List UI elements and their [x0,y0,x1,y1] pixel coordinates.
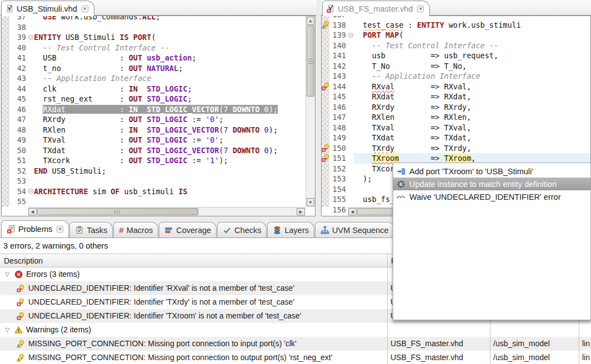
code-line[interactable]: 143 -- Application Interface [322,71,590,82]
line-number[interactable]: 151 [329,153,348,164]
code-line[interactable]: 55 [2,196,305,207]
fold-collapse-icon[interactable] [28,32,34,43]
code-text[interactable]: RXdat : IN STD_LOGIC_VECTOR(7 DOWNTO 0); [34,104,305,115]
code-line[interactable]: 45 rst_neg_ext : OUT STD_LOGIC; [2,94,305,104]
code-line[interactable]: 43 -- Application Interface [2,73,305,84]
code-line[interactable]: 137 [322,16,590,20]
vertical-scrollbar[interactable]: ▲ ▼ [305,16,315,207]
code-text[interactable]: RXrdy : OUT STD_LOGIC := '0'; [34,114,305,125]
quickfix-item[interactable]: Waive 'UNDECLARED_IDENTIFIER' error [393,190,590,203]
line-number[interactable]: 141 [329,50,348,61]
line-number[interactable]: 37 [9,16,28,22]
code-line[interactable]: 149 TXdat => TXdat, [322,133,590,143]
column-divider[interactable] [387,254,388,364]
code-text[interactable]: RXrdy => RXrdy, [354,102,590,113]
code-text[interactable]: TXval : OUT STD_LOGIC := '0'; [34,135,305,145]
view-tab-coverage[interactable]: Coverage [159,222,217,237]
code-line[interactable]: 146 RXrdy => RXrdy, [322,102,590,113]
code-line[interactable]: 40 -- Test Control Interface -- [2,43,305,53]
close-icon[interactable]: ✕ [417,6,424,12]
code-line[interactable]: 39ENTITY USB_Stimuli IS PORT( [2,32,305,43]
line-number[interactable]: 49 [9,135,28,145]
code-line[interactable]: 42 t_no : OUT NATURAL; [2,63,305,74]
code-text[interactable] [354,16,590,20]
code-line[interactable]: 52END USB_Stimuli; [2,166,305,176]
code-text[interactable]: USB : OUT usb_action; [34,53,305,63]
line-number[interactable]: 154 [329,184,348,195]
column-description[interactable]: Description [0,254,387,267]
code-area[interactable]: 37 USE work.usb_commands.ALL;3839ENTITY … [2,16,305,207]
line-number[interactable]: 42 [9,63,28,74]
line-number[interactable]: 54 [9,186,28,197]
code-text[interactable] [34,22,305,33]
line-number[interactable]: 45 [9,94,28,104]
scrollbar-thumb[interactable] [307,26,314,97]
code-line[interactable]: 37 USE work.usb_commands.ALL; [2,16,305,22]
code-text[interactable]: rst_neg_ext : OUT STD_LOGIC; [34,94,305,104]
line-number[interactable]: 44 [9,84,28,94]
line-number[interactable]: 145 [329,92,348,102]
scroll-right-icon[interactable]: ▶ [297,208,305,215]
code-line[interactable]: 38 [2,22,305,33]
line-number[interactable]: 50 [9,145,28,156]
code-line[interactable]: 148 TXval => TXval, [322,123,590,133]
line-number[interactable]: 153 [329,174,348,184]
line-number[interactable]: 51 [9,155,28,166]
code-line[interactable]: 138 test_case : ENTITY work.usb_stimuli [322,20,590,31]
close-icon[interactable]: ✕ [82,6,88,12]
pane-sash[interactable] [317,0,321,216]
scroll-up-icon[interactable]: ▲ [307,17,314,25]
line-number[interactable]: 142 [329,61,348,72]
code-line[interactable]: 48 RXlen : IN STD_LOGIC_VECTOR(7 DOWNTO … [2,125,305,135]
line-number[interactable]: 156 [329,205,348,215]
line-number[interactable]: 155 [329,194,348,205]
view-tab-checks[interactable]: Checks [217,222,267,237]
code-line[interactable]: 54ARCHITECTURE sim OF usb_stimuli IS [2,186,305,197]
line-number[interactable]: 150 [329,143,348,154]
code-line[interactable]: 53 [2,176,305,186]
code-line[interactable]: 49 TXval : OUT STD_LOGIC := '0'; [2,135,305,145]
fold-collapse-icon[interactable] [348,30,354,41]
code-text[interactable]: PORT MAP( [354,30,590,41]
code-text[interactable]: ENTITY USB_Stimuli IS PORT( [34,32,305,43]
left-editor[interactable]: 37 USE work.usb_commands.ALL;3839ENTITY … [1,16,315,216]
code-text[interactable]: -- Test Control Interface -- [354,41,590,51]
code-line[interactable]: 44 clk : IN STD_LOGIC; [2,84,305,94]
code-line[interactable]: 46 RXdat : IN STD_LOGIC_VECTOR(7 DOWNTO … [2,104,305,115]
line-number[interactable]: 39 [9,32,28,43]
problems-group-row[interactable]: ▽Warnings (2 items) [0,323,591,337]
scroll-left-icon[interactable]: ◀ [28,208,37,215]
line-number[interactable]: 148 [329,123,348,133]
scroll-left-icon[interactable]: ◀ [348,208,357,215]
code-text[interactable]: TXdat : OUT STD_LOGIC_VECTOR(7 DOWNTO 0)… [34,145,305,156]
code-line[interactable]: 140 -- Test Control Interface -- [322,41,590,51]
code-text[interactable]: USE work.usb_commands.ALL; [34,16,305,22]
line-number[interactable]: 140 [329,41,348,51]
line-number[interactable]: 48 [9,125,28,135]
line-number[interactable]: 52 [9,166,28,176]
code-text[interactable]: -- Test Control Interface -- [34,43,305,53]
view-tab-macros[interactable]: #Macros [113,222,158,237]
code-text[interactable]: TXdat => TXdat, [354,133,590,143]
line-number[interactable]: 38 [9,22,28,33]
code-text[interactable]: clk : IN STD_LOGIC; [34,84,305,94]
quickfix-item[interactable]: Add port 'TXroom' to 'USB_Stimuli' [393,165,590,178]
code-text[interactable]: RXdat => RXdat, [354,92,590,102]
line-number[interactable]: 139 [329,30,348,41]
line-number[interactable]: 41 [9,53,28,63]
horizontal-scrollbar[interactable]: ◀ ▶ [28,207,305,216]
twisty-open-icon[interactable]: ▽ [3,267,11,281]
tab-usb-fs-master[interactable]: USB_FS_master.vhd ✕ [322,1,430,16]
line-number[interactable]: 47 [9,114,28,125]
code-line[interactable]: 145 RXdat => RXdat, [322,92,590,102]
code-text[interactable]: TXroom => TXroom, [354,153,590,164]
line-number[interactable]: 138 [329,20,348,31]
fold-collapse-icon[interactable] [28,186,34,197]
view-tab-problems[interactable]: Problems✕ [1,220,69,237]
code-text[interactable]: ARCHITECTURE sim OF usb_stimuli IS [34,186,305,197]
code-line[interactable]: 144 RXval => RXval, [322,82,590,92]
line-number[interactable]: 53 [9,176,28,186]
code-line[interactable]: 139 PORT MAP( [322,30,590,41]
line-number[interactable]: 40 [9,43,28,53]
line-number[interactable]: 152 [329,164,348,174]
